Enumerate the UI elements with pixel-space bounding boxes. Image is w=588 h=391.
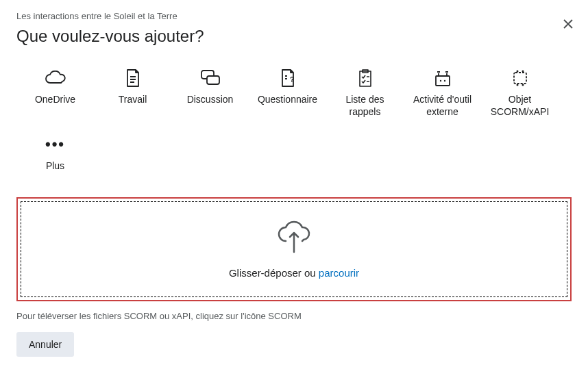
svg-point-5 xyxy=(443,80,445,81)
more-icon: ••• xyxy=(45,134,65,155)
tile-label: Travail xyxy=(119,94,147,106)
upload-cloud-icon xyxy=(275,219,313,257)
svg-rect-1 xyxy=(207,76,219,84)
quiz-icon: ? xyxy=(280,68,296,88)
tile-label: Discussion xyxy=(187,94,234,106)
tile-onedrive[interactable]: OneDrive xyxy=(16,60,94,126)
tile-checklist[interactable]: Liste des rappels xyxy=(326,60,404,126)
tile-discussion[interactable]: Discussion xyxy=(171,60,249,126)
tile-external-tool[interactable]: Activité d'outil externe xyxy=(404,60,481,126)
tile-scorm[interactable]: Objet SCORM/xAPI xyxy=(481,60,559,126)
svg-point-10 xyxy=(522,84,524,86)
dropzone-highlight: Glisser-déposer ou parcourir xyxy=(16,197,572,301)
onedrive-icon xyxy=(45,68,66,88)
tile-label: Questionnaire xyxy=(258,94,317,106)
help-text: Pour téléverser les fichiers SCORM ou xA… xyxy=(16,311,572,321)
tile-label: Liste des rappels xyxy=(329,94,401,118)
tile-label: OneDrive xyxy=(35,94,75,106)
tile-label: Plus xyxy=(46,160,64,173)
svg-text:?: ? xyxy=(290,76,294,84)
cancel-button[interactable]: Annuler xyxy=(16,332,74,357)
svg-rect-3 xyxy=(436,76,450,86)
svg-point-7 xyxy=(516,71,518,73)
activity-grid: OneDrive Travail Discussion ? Questionna… xyxy=(16,60,572,181)
tile-more[interactable]: ••• Plus xyxy=(16,126,94,181)
svg-rect-6 xyxy=(514,73,526,84)
file-dropzone[interactable]: Glisser-déposer ou parcourir xyxy=(21,201,567,297)
dropzone-text: Glisser-déposer ou parcourir xyxy=(229,267,359,279)
breadcrumb: Les interactions entre le Soleil et la T… xyxy=(16,11,572,21)
close-icon xyxy=(563,19,573,29)
assignment-icon xyxy=(125,68,141,88)
svg-point-8 xyxy=(522,71,524,73)
tile-label: Objet SCORM/xAPI xyxy=(484,94,556,118)
scorm-icon xyxy=(511,68,529,88)
external-tool-icon xyxy=(433,68,452,88)
checklist-icon xyxy=(357,68,373,88)
close-button[interactable] xyxy=(561,16,576,34)
svg-point-4 xyxy=(439,80,441,81)
browse-link[interactable]: parcourir xyxy=(319,267,359,279)
dropzone-prefix: Glisser-déposer ou xyxy=(229,267,319,279)
tile-travail[interactable]: Travail xyxy=(94,60,171,126)
tile-questionnaire[interactable]: ? Questionnaire xyxy=(249,60,326,126)
page-title: Que voulez-vous ajouter? xyxy=(16,27,572,46)
tile-label: Activité d'outil externe xyxy=(406,94,478,118)
discussion-icon xyxy=(200,68,221,88)
svg-point-9 xyxy=(516,84,518,86)
